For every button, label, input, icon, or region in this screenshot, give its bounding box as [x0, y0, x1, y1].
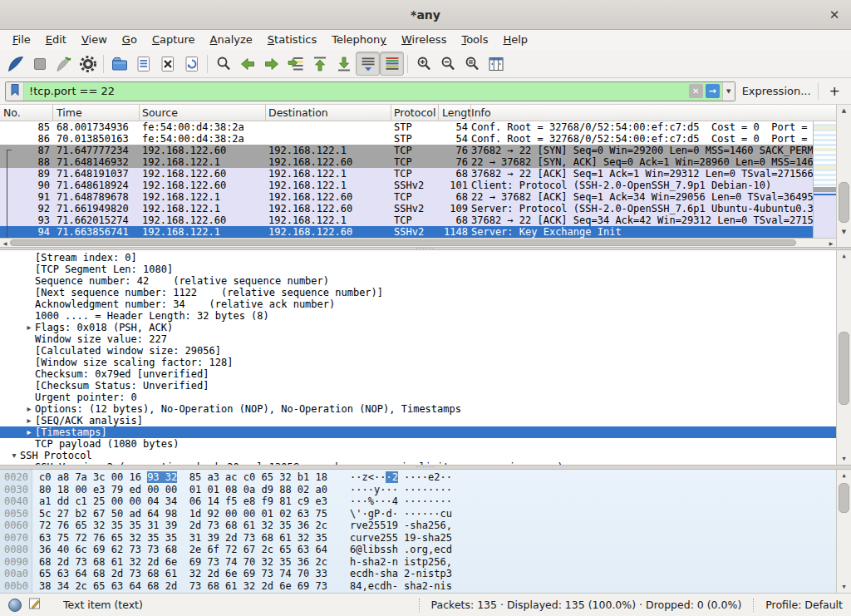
capture-properties-icon[interactable] — [8, 599, 22, 612]
scroll-up-icon[interactable]: ▲ — [837, 250, 851, 262]
detail-row[interactable]: [Checksum Status: Unverified] — [0, 380, 836, 392]
hex-row[interactable]: 00505c 27 b2 67 50 ad 64 98 1d 92 00 00 … — [0, 508, 836, 520]
detail-row[interactable]: 1000 .... = Header Length: 32 bytes (8) — [0, 310, 836, 322]
hex-row[interactable]: 0020c0 a8 7a 3c 00 16 93 32 85 a3 ac c0 … — [0, 471, 836, 484]
packet-minimap[interactable] — [813, 121, 836, 238]
menu-file[interactable]: File — [5, 30, 38, 50]
menu-view[interactable]: View — [74, 30, 115, 50]
menu-capture[interactable]: Capture — [145, 30, 203, 50]
scroll-up-icon[interactable]: ▲ — [837, 105, 851, 116]
zoom-original-button[interactable] — [460, 52, 484, 76]
packet-row[interactable]: 8670.013850163fe:54:00:d4:38:2aSTP54Conf… — [0, 133, 813, 145]
close-file-button[interactable] — [155, 52, 180, 76]
menu-statistics[interactable]: Statistics — [260, 30, 324, 50]
packet-row[interactable]: 8971.648191037192.168.122.60192.168.122.… — [0, 168, 813, 180]
packet-row[interactable]: 9071.648618924192.168.122.60192.168.122.… — [0, 180, 813, 191]
hex-row[interactable]: 00a065 63 64 68 2d 73 68 61 32 2d 6e 69 … — [0, 568, 836, 580]
hex-row[interactable]: 006072 76 65 32 35 35 31 39 2d 73 68 61 … — [0, 520, 836, 532]
scrollbar-thumb[interactable] — [10, 239, 796, 246]
detail-row[interactable]: [Calculated window size: 29056] — [0, 345, 836, 357]
start-capture-button[interactable] — [3, 52, 27, 76]
open-file-button[interactable] — [107, 52, 131, 76]
packet-row[interactable]: 9171.648789678192.168.122.1192.168.122.6… — [0, 191, 813, 203]
expander-open-icon[interactable]: ▾ — [8, 450, 20, 461]
column-header-source[interactable]: Source — [140, 105, 266, 121]
stop-capture-button[interactable] — [27, 52, 52, 76]
go-forward-button[interactable] — [259, 52, 283, 76]
hex-row[interactable]: 00b038 34 2c 65 63 64 68 2d 73 68 61 32 … — [0, 580, 836, 593]
expander-closed-icon[interactable]: ▸ — [23, 415, 35, 426]
detail-row[interactable]: ▸Flags: 0x018 (PSH, ACK) — [0, 322, 836, 333]
column-header-destination[interactable]: Destination — [266, 105, 391, 121]
hex-row[interactable]: 008036 40 6c 69 62 73 73 68 2e 6f 72 67 … — [0, 544, 836, 556]
profile-label[interactable]: Profile: Default — [760, 599, 843, 611]
menu-telephony[interactable]: Telephony — [324, 30, 394, 50]
menu-go[interactable]: Go — [115, 30, 145, 50]
detail-row[interactable]: Window size value: 227 — [0, 333, 836, 345]
scroll-left-icon[interactable]: ◀ — [0, 239, 10, 247]
find-packet-button[interactable] — [211, 52, 235, 76]
bytes-vscrollbar[interactable]: ▲ ▼ — [836, 470, 851, 593]
scrollbar-thumb[interactable] — [839, 182, 849, 223]
auto-scroll-toggle[interactable] — [356, 52, 380, 76]
detail-row[interactable]: [Window size scaling factor: 128] — [0, 357, 836, 368]
column-header-time[interactable]: Time — [53, 105, 140, 121]
capture-comment-icon[interactable] — [28, 597, 42, 613]
hex-row[interactable]: 007063 75 72 76 65 32 35 35 31 39 2d 73 … — [0, 532, 836, 545]
window-close-button[interactable]: ✕ — [826, 7, 843, 23]
detail-row[interactable]: ▸Options: (12 bytes), No-Operation (NOP)… — [0, 403, 836, 415]
detail-row[interactable]: [Stream index: 0] — [0, 252, 836, 264]
titlebar[interactable]: *any ✕ — [0, 0, 851, 30]
scrollbar-thumb[interactable] — [839, 332, 849, 405]
expander-closed-icon[interactable]: ▸ — [23, 426, 35, 438]
go-to-bottom-button[interactable] — [332, 52, 356, 76]
go-back-button[interactable] — [235, 52, 259, 76]
menu-edit[interactable]: Edit — [38, 30, 74, 50]
detail-row[interactable]: ▸[SEQ/ACK analysis] — [0, 415, 836, 426]
packet-row[interactable]: 8771.647777234192.168.122.60192.168.122.… — [0, 145, 813, 156]
detail-row[interactable]: Checksum: 0x79ed [unverified] — [0, 368, 836, 380]
column-header-info[interactable]: Info — [471, 105, 836, 121]
detail-row[interactable]: Urgent pointer: 0 — [0, 392, 836, 403]
packet-row[interactable]: 8871.648146932192.168.122.1192.168.122.6… — [0, 156, 813, 168]
scrollbar-thumb[interactable] — [839, 483, 849, 513]
reload-file-button[interactable] — [180, 52, 204, 76]
column-header-no[interactable]: No. — [0, 105, 53, 121]
filter-apply-button[interactable]: → — [706, 84, 720, 98]
expander-closed-icon[interactable]: ▸ — [23, 322, 35, 333]
detail-row[interactable]: [Next sequence number: 1122 (relative se… — [0, 287, 836, 298]
go-to-packet-button[interactable] — [283, 52, 307, 76]
detail-row[interactable]: [TCP Segment Len: 1080] — [0, 264, 836, 275]
capture-options-button[interactable] — [76, 52, 100, 76]
menu-tools[interactable]: Tools — [454, 30, 495, 50]
menu-wireless[interactable]: Wireless — [394, 30, 454, 50]
detail-row[interactable]: TCP payload (1080 bytes) — [0, 438, 836, 450]
add-filter-button[interactable]: + — [824, 83, 846, 99]
scroll-down-icon[interactable]: ▼ — [837, 581, 851, 593]
resize-columns-button[interactable] — [484, 52, 508, 76]
menu-analyze[interactable]: Analyze — [203, 30, 260, 50]
detail-row[interactable]: ▸[Timestamps] — [0, 426, 836, 438]
packet-row[interactable]: 8568.001734936fe:54:00:d4:38:2aSTP54Conf… — [0, 121, 813, 133]
detail-row[interactable]: Sequence number: 42 (relative sequence n… — [0, 275, 836, 287]
scroll-down-icon[interactable]: ▼ — [837, 226, 851, 238]
menu-help[interactable]: Help — [495, 30, 535, 50]
go-to-top-button[interactable] — [307, 52, 332, 76]
details-vscrollbar[interactable]: ▲ ▼ — [836, 250, 851, 465]
hex-row[interactable]: 0040a1 dd c1 25 00 00 04 34 06 14 f5 e8 … — [0, 495, 836, 508]
save-file-button[interactable] — [131, 52, 155, 76]
filter-clear-button[interactable]: ✕ — [689, 84, 703, 98]
display-filter-input[interactable] — [24, 82, 689, 101]
expression-button[interactable]: Expression... — [740, 85, 813, 97]
packet-row[interactable]: 9271.661949820192.168.122.1192.168.122.6… — [0, 203, 813, 214]
zoom-in-button[interactable] — [411, 52, 435, 76]
filter-bookmark-button[interactable] — [6, 82, 24, 101]
restart-capture-button[interactable] — [52, 52, 76, 76]
expander-closed-icon[interactable]: ▸ — [23, 403, 35, 415]
detail-row[interactable]: ▾SSH Protocol — [0, 450, 836, 461]
scroll-down-icon[interactable]: ▼ — [837, 453, 851, 465]
filter-history-dropdown[interactable]: ▼ — [722, 82, 735, 101]
hex-row[interactable]: 009068 2d 73 68 61 32 2d 6e 69 73 74 70 … — [0, 556, 836, 569]
detail-row[interactable]: Acknowledgment number: 34 (relative ack … — [0, 298, 836, 310]
column-header-length[interactable]: Length — [439, 105, 471, 121]
